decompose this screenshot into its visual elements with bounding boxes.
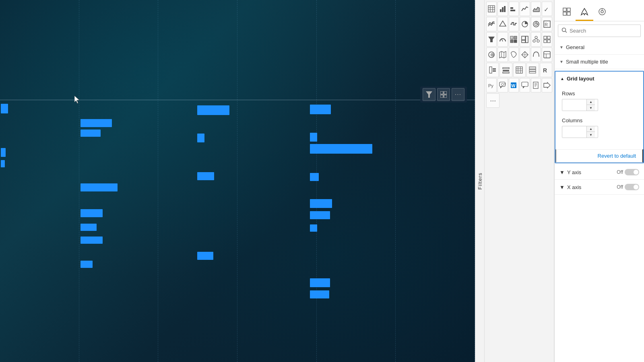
- icon-row: Py Q? W: [486, 78, 552, 93]
- svg-rect-4: [440, 95, 443, 98]
- svg-rect-73: [522, 82, 528, 86]
- layout-button[interactable]: [437, 88, 450, 101]
- svg-rect-2: [440, 91, 443, 94]
- viz-icon-r[interactable]: R: [540, 63, 552, 77]
- viz-icon-python[interactable]: Py: [486, 78, 497, 93]
- viz-icon-matrix[interactable]: [509, 32, 519, 47]
- filter-button[interactable]: [423, 88, 436, 101]
- svg-rect-49: [544, 51, 550, 58]
- viz-icon-chat[interactable]: [520, 78, 530, 93]
- rows-label: Rows: [562, 90, 637, 97]
- viz-icon-other6[interactable]: [542, 47, 552, 62]
- viz-icon-smart-narr[interactable]: ⊕: [486, 47, 497, 62]
- viz-more-btn[interactable]: ···: [486, 93, 500, 108]
- viz-icon-table2[interactable]: [513, 63, 526, 77]
- section-grid-layout-header[interactable]: ▲ Grid layout: [555, 72, 643, 86]
- filters-label-text: Filters: [477, 173, 483, 189]
- bar: [1, 148, 6, 157]
- viz-icon-multi[interactable]: [542, 32, 552, 47]
- svg-rect-58: [516, 67, 522, 73]
- svg-rect-55: [503, 68, 509, 69]
- rows-input[interactable]: 1: [562, 100, 586, 111]
- rows-decrement-btn[interactable]: ▼: [587, 105, 595, 111]
- viz-icon-donut[interactable]: [531, 17, 541, 31]
- x-axis-toggle[interactable]: Off: [617, 184, 639, 190]
- search-input[interactable]: [570, 28, 637, 34]
- svg-rect-52: [489, 67, 492, 73]
- viz-icon-matrix2[interactable]: [526, 63, 539, 77]
- svg-rect-63: [529, 67, 536, 69]
- y-axis-section[interactable]: ▼ Y axis Off: [555, 165, 644, 180]
- icon-row: R: [486, 63, 552, 77]
- viz-icon-3d[interactable]: [497, 17, 508, 31]
- svg-line-35: [534, 39, 536, 40]
- search-box[interactable]: [558, 25, 641, 37]
- viz-icon-shape-map[interactable]: [509, 47, 519, 62]
- tab-analytics[interactable]: [593, 3, 611, 21]
- viz-icon-filled-map[interactable]: R: [542, 17, 552, 31]
- svg-rect-38: [547, 36, 550, 39]
- grid-layout-body: Rows 1 ▲ ▼ Columns 6 ▲ ▼: [555, 86, 643, 149]
- section-small-multiple-title[interactable]: ▼ Small multiple title: [555, 55, 644, 69]
- viz-icon-slicer[interactable]: [500, 63, 512, 77]
- rows-increment-btn[interactable]: ▲: [587, 99, 595, 105]
- viz-icon-paginated[interactable]: [531, 78, 541, 93]
- columns-increment-btn[interactable]: ▲: [587, 126, 595, 132]
- svg-rect-80: [563, 8, 566, 11]
- svg-rect-64: [529, 70, 536, 71]
- svg-rect-81: [567, 8, 570, 11]
- viz-icon-more[interactable]: [542, 78, 552, 93]
- x-axis-label-group: ▼ X axis: [559, 184, 581, 190]
- svg-rect-75: [533, 82, 538, 88]
- viz-icon-column[interactable]: [509, 2, 519, 16]
- viz-icon-word[interactable]: W: [509, 78, 519, 93]
- viz-icon-funnel[interactable]: [486, 32, 497, 47]
- svg-text:W: W: [511, 83, 516, 88]
- columns-input[interactable]: 6: [562, 127, 586, 138]
- rows-spinner[interactable]: 1 ▲ ▼: [562, 99, 598, 111]
- viz-icon-bar[interactable]: [497, 2, 508, 16]
- icon-row: ✓: [486, 2, 552, 16]
- viz-icon-map[interactable]: [497, 47, 508, 62]
- viz-icon-area[interactable]: [531, 2, 541, 16]
- viz-icon-decomp[interactable]: [531, 32, 541, 47]
- viz-icon-treemap[interactable]: [520, 32, 530, 47]
- tab-format[interactable]: [576, 3, 593, 21]
- viz-icon-pie[interactable]: [520, 17, 530, 31]
- viz-icon-gauge[interactable]: [497, 32, 508, 47]
- more-options-button[interactable]: ···: [452, 88, 464, 101]
- svg-rect-26: [514, 36, 517, 39]
- revert-to-default-button[interactable]: Revert to default: [555, 149, 643, 162]
- columns-spinner[interactable]: 6 ▲ ▼: [562, 126, 598, 138]
- viz-icon-table[interactable]: [486, 2, 497, 16]
- svg-rect-54: [493, 70, 496, 72]
- viz-icon-qa[interactable]: Q?: [497, 78, 508, 93]
- svg-rect-6: [488, 6, 495, 12]
- viz-icon-2[interactable]: [486, 17, 497, 31]
- viz-icon-scatter[interactable]: ✓: [542, 2, 552, 16]
- svg-marker-23: [488, 37, 495, 42]
- svg-marker-1: [426, 91, 432, 98]
- viz-icon-waterfall[interactable]: [509, 17, 519, 31]
- y-axis-toggle[interactable]: Off: [617, 169, 639, 175]
- tab-visualizations[interactable]: [558, 3, 576, 21]
- svg-rect-30: [526, 36, 528, 43]
- y-axis-toggle-track[interactable]: [625, 169, 639, 175]
- svg-rect-39: [544, 40, 547, 43]
- svg-rect-27: [510, 40, 513, 43]
- bar: [1, 104, 8, 113]
- chart-area: ···: [0, 0, 475, 362]
- bar: [80, 209, 103, 217]
- columns-decrement-btn[interactable]: ▼: [587, 132, 595, 138]
- viz-icon-line[interactable]: [520, 2, 530, 16]
- section-general[interactable]: ▼ General: [555, 40, 644, 55]
- viz-icon-azure-map[interactable]: [520, 47, 530, 62]
- viz-icon-kpi[interactable]: [486, 63, 499, 77]
- viz-icon-arc[interactable]: [531, 47, 541, 62]
- x-axis-section[interactable]: ▼ X axis Off: [555, 180, 644, 195]
- svg-text:R: R: [545, 22, 548, 27]
- svg-point-34: [537, 40, 539, 42]
- bar: [80, 261, 93, 268]
- bar: [197, 252, 213, 260]
- x-axis-toggle-track[interactable]: [625, 184, 639, 190]
